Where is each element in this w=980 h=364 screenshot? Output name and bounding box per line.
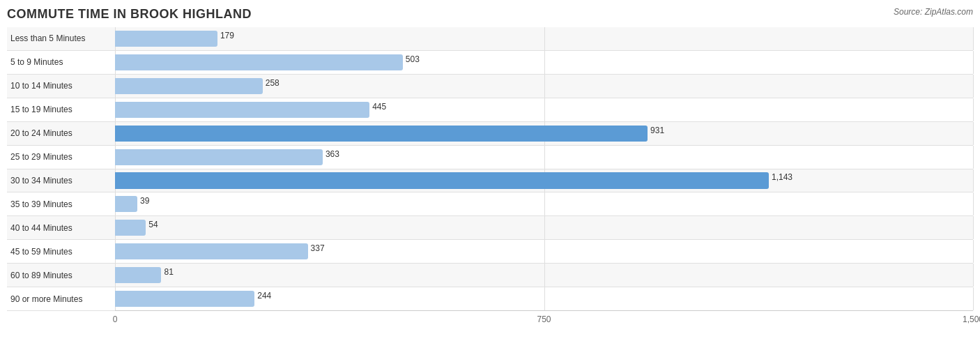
bar-row: 30 to 34 Minutes1,143	[7, 169, 973, 193]
bar-label: 10 to 14 Minutes	[7, 81, 115, 91]
bar-label: 60 to 89 Minutes	[7, 271, 115, 280]
grid-line	[544, 51, 545, 74]
bar: 81	[115, 267, 161, 283]
bar-value: 258	[266, 78, 280, 88]
bar-value: 179	[220, 31, 234, 40]
bar-wrapper: 503	[115, 51, 973, 74]
bar-wrapper: 445	[115, 98, 973, 121]
bar-label: 5 to 9 Minutes	[7, 57, 115, 67]
x-tick: 0	[113, 314, 118, 324]
bar-wrapper: 337	[115, 240, 973, 263]
bar-row: 20 to 24 Minutes931	[7, 122, 973, 146]
bar: 39	[115, 196, 137, 212]
bar-wrapper: 931	[115, 122, 973, 145]
bar-label: 25 to 29 Minutes	[7, 152, 115, 162]
bar: 1,143	[115, 172, 769, 188]
bar-wrapper: 258	[115, 75, 973, 98]
bar-row: 90 or more Minutes244	[7, 287, 973, 311]
grid-line	[544, 146, 545, 169]
bar-label: 35 to 39 Minutes	[7, 199, 115, 209]
bar-row: 35 to 39 Minutes39	[7, 192, 973, 216]
grid-line	[544, 27, 545, 50]
bar-value: 244	[257, 291, 271, 301]
bar: 54	[115, 220, 146, 236]
bar: 503	[115, 54, 403, 70]
bar-value: 1,143	[772, 172, 793, 182]
bars-section: Less than 5 Minutes1795 to 9 Minutes5031…	[7, 27, 973, 311]
bar-wrapper: 39	[115, 192, 973, 215]
bar-label: 30 to 34 Minutes	[7, 176, 115, 185]
bar: 244	[115, 291, 254, 307]
bar-row: 40 to 44 Minutes54	[7, 216, 973, 240]
bar-label: 45 to 59 Minutes	[7, 247, 115, 257]
bar-value: 337	[311, 243, 325, 253]
grid-line	[973, 146, 974, 169]
bar-label: 90 or more Minutes	[7, 294, 115, 304]
grid-line	[973, 287, 974, 310]
grid-line	[544, 240, 545, 263]
x-tick: 750	[537, 314, 551, 324]
grid-line	[973, 169, 974, 192]
bar-row: 10 to 14 Minutes258	[7, 75, 973, 98]
grid-line	[973, 192, 974, 215]
bar: 445	[115, 102, 369, 118]
grid-line	[973, 240, 974, 263]
bar-value: 503	[406, 54, 420, 64]
grid-line	[544, 216, 545, 239]
bar-value: 39	[140, 196, 149, 206]
grid-line	[973, 27, 974, 50]
bar-row: 45 to 59 Minutes337	[7, 240, 973, 264]
x-axis: 07501,500	[115, 311, 973, 332]
bar-row: 60 to 89 Minutes81	[7, 264, 973, 287]
chart-container: COMMUTE TIME IN BROOK HIGHLAND Source: Z…	[0, 0, 980, 364]
bar-label: 40 to 44 Minutes	[7, 223, 115, 233]
bar: 363	[115, 149, 323, 165]
bar-wrapper: 244	[115, 287, 973, 310]
bar-wrapper: 179	[115, 27, 973, 50]
bar-value: 81	[164, 267, 173, 277]
bar-wrapper: 81	[115, 264, 973, 287]
bar-wrapper: 54	[115, 216, 973, 239]
bar-wrapper: 363	[115, 146, 973, 169]
bar: 179	[115, 31, 217, 47]
grid-line	[973, 98, 974, 121]
bar-value: 931	[650, 126, 664, 135]
bar-label: Less than 5 Minutes	[7, 33, 115, 43]
grid-line	[973, 122, 974, 145]
bar-row: Less than 5 Minutes179	[7, 27, 973, 51]
grid-line	[544, 287, 545, 310]
source-label: Source: ZipAtlas.com	[894, 7, 973, 17]
grid-line	[544, 192, 545, 215]
grid-line	[544, 264, 545, 287]
bar-value: 445	[372, 102, 386, 112]
grid-line	[973, 51, 974, 74]
bar-wrapper: 1,143	[115, 169, 973, 192]
bar-row: 25 to 29 Minutes363	[7, 146, 973, 169]
chart-area: Less than 5 Minutes1795 to 9 Minutes5031…	[7, 27, 973, 332]
bar: 258	[115, 78, 263, 94]
grid-line	[544, 98, 545, 121]
bar-value: 54	[148, 220, 158, 229]
grid-line	[973, 75, 974, 98]
grid-line	[544, 75, 545, 98]
bar-row: 15 to 19 Minutes445	[7, 98, 973, 122]
bar: 337	[115, 243, 308, 259]
grid-line	[973, 216, 974, 239]
grid-line	[973, 264, 974, 287]
bar-label: 15 to 19 Minutes	[7, 105, 115, 114]
bar-value: 363	[326, 149, 339, 159]
chart-title: COMMUTE TIME IN BROOK HIGHLAND	[7, 7, 973, 22]
x-tick: 1,500	[963, 314, 980, 324]
bar-label: 20 to 24 Minutes	[7, 128, 115, 138]
bar: 931	[115, 126, 648, 142]
bar-row: 5 to 9 Minutes503	[7, 51, 973, 75]
